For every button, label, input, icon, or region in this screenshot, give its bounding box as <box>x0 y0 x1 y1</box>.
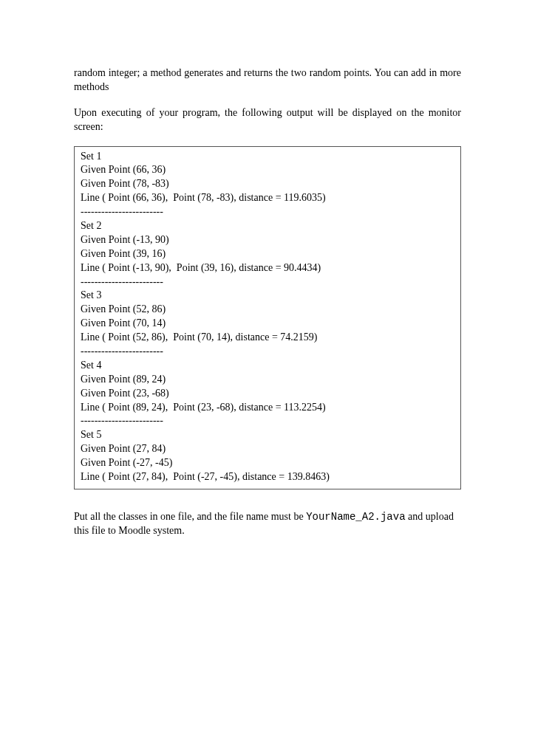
upload-paragraph: Put all the classes in one file, and the… <box>74 510 461 538</box>
intro-paragraph: random integer; a method generates and r… <box>74 66 461 94</box>
program-output-box: Set 1 Given Point (66, 36) Given Point (… <box>74 146 461 489</box>
upload-text-before: Put all the classes in one file, and the… <box>74 511 306 522</box>
document-page: random integer; a method generates and r… <box>0 0 535 616</box>
filename-code: YourName_A2.java <box>306 511 405 523</box>
exec-paragraph: Upon executing of your program, the foll… <box>74 106 461 134</box>
